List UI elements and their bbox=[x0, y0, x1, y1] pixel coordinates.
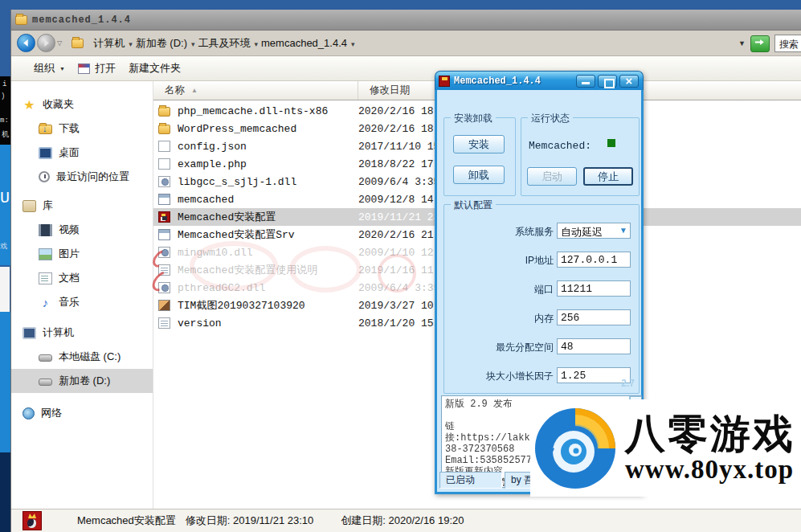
desktop-text-fragment: m: bbox=[0, 117, 9, 125]
recent-places-icon bbox=[39, 171, 50, 182]
status-started: 已启动 bbox=[439, 472, 502, 489]
libraries-icon bbox=[22, 200, 36, 212]
service-status-label: Memcached: bbox=[529, 140, 591, 152]
sidebar-item-pictures[interactable]: 图片 bbox=[11, 242, 153, 266]
group-label: 安装卸载 bbox=[451, 112, 496, 125]
details-file-name: Memcached安装配置 bbox=[77, 514, 176, 528]
memory-input[interactable]: 256 bbox=[557, 309, 631, 325]
file-icon bbox=[158, 141, 170, 152]
sidebar-label: 计算机 bbox=[43, 325, 74, 340]
file-name: WordPress_memcached bbox=[178, 123, 358, 135]
sidebar-item-disk-c[interactable]: 本地磁盘 (C:) bbox=[11, 345, 153, 369]
star-icon: ★ bbox=[22, 99, 36, 111]
file-date: 2018/8/22 17:43 bbox=[358, 158, 447, 170]
file-date: 2020/2/16 21:53 bbox=[358, 229, 447, 241]
install-button[interactable]: 安装 bbox=[453, 135, 505, 153]
pictures-icon bbox=[39, 248, 52, 260]
sidebar-section-libraries[interactable]: 库 bbox=[11, 194, 153, 218]
file-name: Memcached安装配置 bbox=[178, 210, 358, 224]
install-group: 安装卸载 bbox=[443, 117, 516, 196]
stop-button[interactable]: 停止 bbox=[583, 167, 633, 186]
file-date: 2020/2/16 18:27 bbox=[358, 123, 447, 135]
window-title: memcached_1.4.4 bbox=[32, 14, 131, 26]
breadcrumb-tools-env[interactable]: 工具及环境 bbox=[198, 36, 259, 51]
field-label: 系统服务 bbox=[515, 225, 554, 239]
image-file-icon bbox=[158, 300, 170, 311]
dialog-title: Memcached_1.4.4 bbox=[454, 76, 541, 87]
videos-icon bbox=[39, 224, 52, 236]
default-config-group: 默认配置 系统服务 自动延迟▼ IP地址 127.0.0.1 端口 11211 … bbox=[443, 204, 640, 394]
watermark-text: 八零游戏 www.80yx.top bbox=[625, 413, 795, 484]
sidebar-item-documents[interactable]: 文档 bbox=[11, 266, 153, 290]
sidebar-label: 本地磁盘 (C:) bbox=[59, 350, 121, 364]
nav-history-dropdown[interactable]: ▽ bbox=[57, 39, 62, 47]
sidebar-label: 音乐 bbox=[59, 295, 80, 309]
file-date: 2019/11/21 23:1 bbox=[358, 211, 447, 223]
open-label: 打开 bbox=[95, 61, 116, 76]
sidebar-item-recent[interactable]: 最近访问的位置 bbox=[11, 165, 153, 189]
refresh-button[interactable] bbox=[750, 35, 770, 52]
status-green-indicator bbox=[607, 139, 615, 147]
file-name: version bbox=[178, 317, 358, 329]
port-input[interactable]: 11211 bbox=[557, 280, 631, 297]
sidebar-section-favorites[interactable]: ★收藏夹 bbox=[11, 92, 153, 117]
close-icon[interactable] bbox=[619, 75, 639, 88]
file-icon bbox=[158, 158, 170, 170]
new-folder-button[interactable]: 新建文件夹 bbox=[129, 61, 181, 76]
sidebar-item-videos[interactable]: 视频 bbox=[11, 218, 153, 242]
desktop-icon bbox=[39, 147, 52, 159]
start-button[interactable]: 启动 bbox=[527, 167, 577, 186]
stop-label: 停止 bbox=[598, 170, 619, 184]
sidebar-section-computer[interactable]: 计算机 bbox=[11, 321, 153, 345]
explorer-titlebar[interactable]: memcached_1.4.4 bbox=[11, 10, 801, 31]
back-button[interactable] bbox=[17, 34, 35, 52]
red-watermark-faint bbox=[378, 254, 416, 293]
install-label: 安装 bbox=[468, 137, 489, 152]
growth-factor-input[interactable]: 1.25 bbox=[557, 367, 631, 383]
service-mode-select[interactable]: 自动延迟▼ bbox=[557, 223, 631, 239]
breadcrumb-volume-d[interactable]: 新加卷 (D:) bbox=[136, 36, 195, 51]
status-text: 已启动 bbox=[446, 473, 475, 487]
field-label: 内存 bbox=[534, 312, 554, 325]
watermark-title: 八零游戏 bbox=[625, 413, 795, 455]
file-date: 2018/1/20 15:57 bbox=[358, 317, 447, 329]
breadcrumb-memcached[interactable]: memcached_1.4.4 bbox=[261, 37, 354, 49]
prealloc-input[interactable]: 48 bbox=[557, 338, 631, 354]
breadcrumb-computer[interactable]: 计算机 bbox=[93, 36, 133, 51]
desktop-background-left: i ) m: 机 U 戏 bbox=[0, 0, 11, 532]
refresh-icon bbox=[754, 39, 766, 48]
search-placeholder: 搜索 bbox=[779, 39, 799, 50]
sidebar-item-downloads[interactable]: 下载 bbox=[11, 117, 153, 141]
sidebar-section-network[interactable]: 网络 bbox=[11, 401, 153, 425]
dialog-window-buttons bbox=[576, 75, 639, 88]
field-label: 最先分配空间 bbox=[496, 341, 554, 354]
search-input[interactable]: 搜索 bbox=[774, 35, 801, 52]
sidebar-item-desktop[interactable]: 桌面 bbox=[11, 141, 153, 165]
forward-button[interactable] bbox=[37, 34, 55, 52]
address-dropdown-icon[interactable]: ▼ bbox=[738, 39, 746, 47]
sidebar-label: 视频 bbox=[59, 223, 80, 237]
sidebar-item-music[interactable]: ♪音乐 bbox=[11, 290, 153, 314]
breadcrumb-folder-icon bbox=[72, 39, 84, 48]
dialog-titlebar[interactable]: Memcached_1.4.4 bbox=[435, 71, 644, 90]
organize-label: 组织 bbox=[34, 61, 55, 76]
navigation-pane: ★收藏夹 下载 桌面 最近访问的位置 库 视频 图片 文档 ♪音乐 计算机 本地… bbox=[11, 81, 153, 509]
drive-icon bbox=[39, 379, 52, 386]
select-value: 自动延迟 bbox=[561, 226, 603, 238]
version-watermark: 2.7 bbox=[621, 378, 635, 389]
ip-address-input[interactable]: 127.0.0.1 bbox=[557, 252, 631, 268]
selected-file-big-icon bbox=[22, 511, 42, 530]
config-row-port: 端口 11211 bbox=[444, 280, 640, 297]
file-date: 2009/12/8 14:14 bbox=[358, 194, 447, 206]
folder-icon bbox=[158, 125, 170, 134]
open-button[interactable]: 打开 bbox=[78, 61, 116, 76]
background-app-sliver: U 戏 bbox=[0, 145, 11, 265]
uninstall-button[interactable]: 卸载 bbox=[453, 166, 505, 184]
sidebar-item-volume-d[interactable]: 新加卷 (D:) bbox=[11, 369, 153, 393]
minimize-icon[interactable] bbox=[576, 75, 595, 88]
file-name: libgcc_s_sjlj-1.dll bbox=[178, 176, 358, 188]
file-name: memcached bbox=[178, 194, 358, 206]
column-header-name[interactable]: 名称▲ bbox=[153, 81, 358, 100]
organize-menu-button[interactable]: 组织 bbox=[34, 61, 65, 76]
maximize-icon[interactable] bbox=[598, 75, 617, 88]
